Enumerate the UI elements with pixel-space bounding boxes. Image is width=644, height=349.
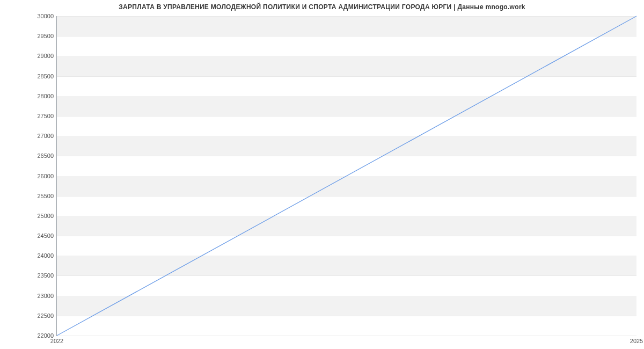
y-tick-label: 28500 — [37, 73, 54, 79]
chart-title: ЗАРПЛАТА В УПРАВЛЕНИЕ МОЛОДЕЖНОЙ ПОЛИТИК… — [0, 3, 644, 11]
y-tick-label: 24500 — [37, 232, 54, 239]
chart-container: ЗАРПЛАТА В УПРАВЛЕНИЕ МОЛОДЕЖНОЙ ПОЛИТИК… — [0, 0, 644, 349]
y-tick-label: 29000 — [37, 53, 54, 59]
y-tick-label: 23500 — [37, 272, 54, 279]
line-layer — [57, 16, 636, 336]
gridline — [57, 336, 636, 336]
y-tick-label: 26500 — [37, 152, 54, 159]
plot-area: 2200022500230002350024000245002500025500… — [56, 16, 636, 336]
y-tick-label: 25500 — [37, 193, 54, 199]
series-line — [57, 16, 636, 336]
y-tick-label: 28000 — [37, 93, 54, 99]
y-tick-label: 23000 — [37, 293, 54, 299]
y-tick-label: 22500 — [37, 312, 54, 319]
y-tick-label: 29500 — [37, 33, 54, 39]
y-tick-label: 30000 — [37, 13, 54, 19]
x-tick-label: 2025 — [630, 338, 643, 344]
y-tick-label: 24000 — [37, 252, 54, 259]
y-tick-label: 25000 — [37, 213, 54, 219]
x-tick-label: 2022 — [50, 338, 63, 344]
y-tick-label: 26000 — [37, 173, 54, 179]
y-tick-label: 27500 — [37, 113, 54, 119]
y-tick-label: 27000 — [37, 133, 54, 139]
